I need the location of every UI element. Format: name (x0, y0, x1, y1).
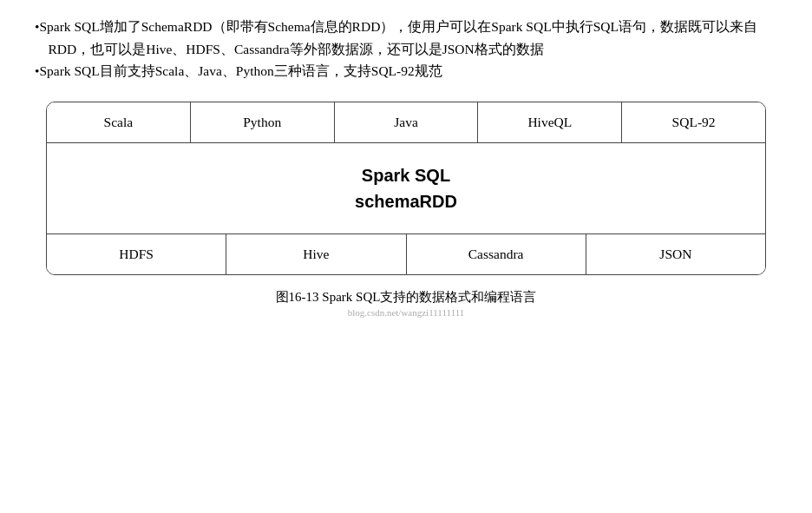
data-hive: Hive (226, 234, 406, 274)
figure-caption: 图16-13 Spark SQL支持的数据格式和编程语言 (35, 289, 777, 306)
lang-sql92: SQL-92 (622, 102, 765, 142)
lang-scala: Scala (47, 102, 191, 142)
lang-hiveql: HiveQL (478, 102, 622, 142)
data-json: JSON (586, 234, 765, 274)
description-line1: •Spark SQL增加了SchemaRDD（即带有Schema信息的RDD），… (35, 16, 777, 60)
spark-sql-title: Spark SQL schemaRDD (54, 162, 758, 214)
description-block: •Spark SQL增加了SchemaRDD（即带有Schema信息的RDD），… (35, 16, 777, 82)
spark-sql-row: Spark SQL schemaRDD (47, 143, 765, 234)
diagram: Scala Python Java HiveQL SQL-92 Spark SQ… (46, 102, 766, 275)
data-cassandra: Cassandra (407, 234, 586, 274)
watermark: blog.csdn.net/wangzi11111111 (35, 307, 777, 318)
description-line2: •Spark SQL目前支持Scala、Java、Python三种语言，支持SQ… (35, 60, 777, 82)
lang-java: Java (335, 102, 479, 142)
data-hdfs: HDFS (47, 234, 226, 274)
page-container: •Spark SQL增加了SchemaRDD（即带有Schema信息的RDD），… (0, 0, 812, 513)
datasource-row: HDFS Hive Cassandra JSON (47, 234, 765, 274)
language-row: Scala Python Java HiveQL SQL-92 (47, 102, 765, 143)
lang-python: Python (191, 102, 335, 142)
